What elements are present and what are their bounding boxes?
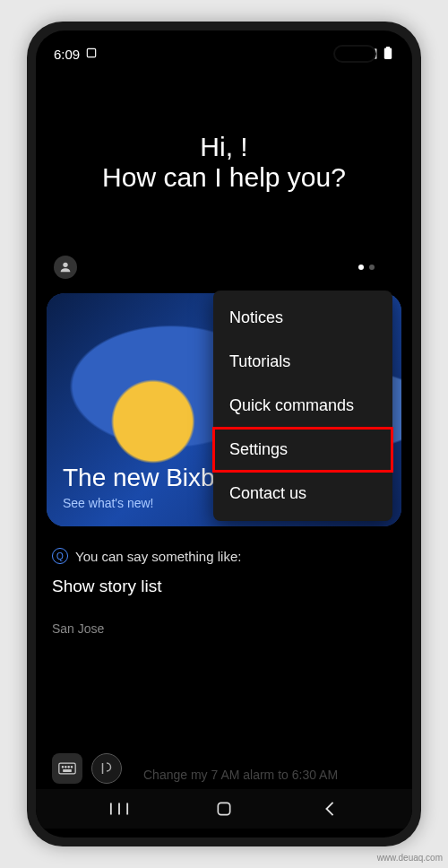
card-text: The new Bixby See what's new! <box>63 464 228 510</box>
svg-rect-17 <box>218 803 229 814</box>
menu-notices[interactable]: Notices <box>213 296 392 340</box>
top-row <box>36 256 412 279</box>
overflow-menu: Notices Tutorials Quick commands Setting… <box>213 291 392 521</box>
svg-point-10 <box>65 767 66 768</box>
suggestion-row: Q You can say something like: <box>52 548 396 564</box>
phone-frame: 6:09 Hi, ! How can I help you? <box>27 22 421 846</box>
greeting-help: How can I help you? <box>36 162 412 193</box>
bottom-icons <box>52 753 122 784</box>
svg-rect-6 <box>386 47 390 48</box>
svg-rect-13 <box>64 770 71 772</box>
bixby-icon[interactable] <box>91 753 122 784</box>
page-dots <box>358 265 375 270</box>
svg-rect-8 <box>59 763 75 774</box>
status-time: 6:09 <box>54 47 80 62</box>
camera-cutout <box>333 45 376 63</box>
nav-recents[interactable] <box>97 801 142 817</box>
menu-tutorials[interactable]: Tutorials <box>213 340 392 384</box>
avatar-icon[interactable] <box>54 256 77 279</box>
status-app-icon <box>85 47 98 62</box>
location-text: San Jose <box>52 621 104 636</box>
dot-active <box>358 265 364 270</box>
screen: 6:09 Hi, ! How can I help you? <box>36 30 412 838</box>
menu-contact-us[interactable]: Contact us <box>213 472 392 516</box>
svg-point-12 <box>71 767 72 768</box>
greeting: Hi, ! How can I help you? <box>36 132 412 193</box>
faint-suggestion: Change my 7 AM alarm to 6:30 AM <box>143 768 338 782</box>
card-title: The new Bixby <box>63 464 228 492</box>
nav-bar <box>36 789 412 829</box>
suggestion-icon: Q <box>52 548 68 564</box>
nav-home[interactable] <box>202 800 246 818</box>
menu-quick-commands[interactable]: Quick commands <box>213 384 392 428</box>
suggestion-chip[interactable]: Show story list <box>52 577 396 596</box>
battery-icon <box>382 47 394 62</box>
nav-back[interactable] <box>307 801 352 817</box>
svg-point-7 <box>63 263 67 267</box>
keyboard-icon[interactable] <box>52 753 82 784</box>
svg-point-9 <box>62 767 63 768</box>
suggestion-text: You can say something like: <box>75 549 241 564</box>
greeting-hi: Hi, ! <box>36 132 412 162</box>
location-row: San Jose <box>52 621 396 636</box>
svg-rect-0 <box>88 48 96 56</box>
menu-settings[interactable]: Settings <box>213 428 392 472</box>
dot-inactive <box>369 265 375 270</box>
card-subtitle: See what's new! <box>63 496 228 510</box>
svg-point-11 <box>68 767 69 768</box>
svg-rect-5 <box>384 48 392 59</box>
watermark: www.deuaq.com <box>377 853 443 863</box>
